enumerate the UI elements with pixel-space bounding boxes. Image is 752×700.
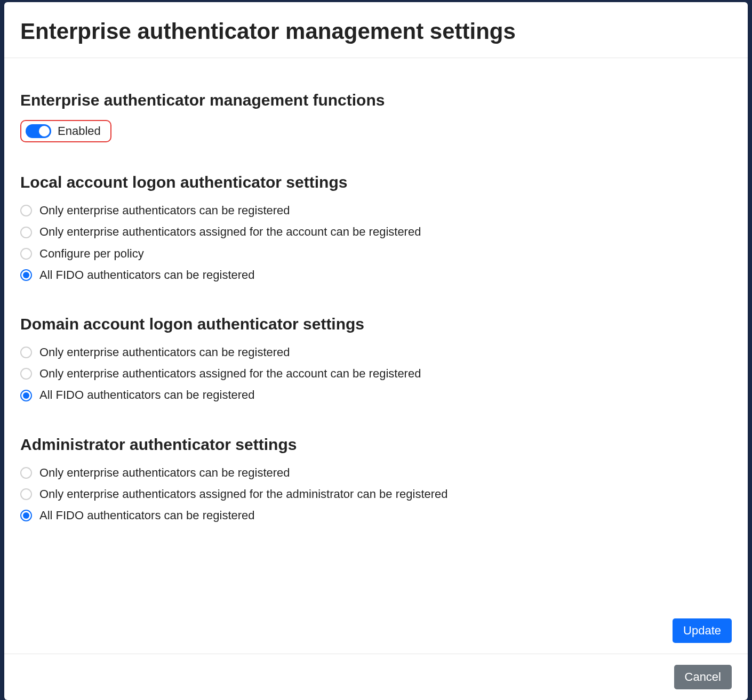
enabled-toggle-label: Enabled: [58, 124, 101, 138]
modal-footer: Cancel: [4, 654, 748, 700]
radio-label: Only enterprise authenticators can be re…: [39, 464, 290, 482]
settings-modal: Enterprise authenticator management sett…: [4, 2, 748, 700]
radio-row: All FIDO authenticators can be registere…: [20, 266, 732, 284]
modal-header: Enterprise authenticator management sett…: [4, 2, 748, 58]
radio-label: Only enterprise authenticators assigned …: [39, 223, 421, 241]
radio-domain-2[interactable]: [20, 390, 32, 401]
modal-backdrop: Enterprise authenticator management sett…: [0, 0, 752, 700]
radio-row: Only enterprise authenticators assigned …: [20, 223, 732, 241]
cancel-button[interactable]: Cancel: [674, 665, 732, 689]
radio-row: All FIDO authenticators can be registere…: [20, 386, 732, 404]
section-admin: Administrator authenticator settings Onl…: [20, 435, 732, 525]
radio-label: Only enterprise authenticators can be re…: [39, 202, 290, 220]
section-functions-heading: Enterprise authenticator management func…: [20, 90, 732, 110]
radio-local-0[interactable]: [20, 205, 32, 216]
section-domain-heading: Domain account logon authenticator setti…: [20, 314, 732, 334]
radio-domain-1[interactable]: [20, 368, 32, 380]
section-local: Local account logon authenticator settin…: [20, 172, 732, 284]
radio-local-1[interactable]: [20, 227, 32, 238]
radio-label: All FIDO authenticators can be registere…: [39, 506, 255, 525]
radio-row: All FIDO authenticators can be registere…: [20, 506, 732, 525]
radio-domain-0[interactable]: [20, 347, 32, 358]
section-local-heading: Local account logon authenticator settin…: [20, 172, 732, 192]
update-button[interactable]: Update: [673, 618, 732, 643]
radio-label: All FIDO authenticators can be registere…: [39, 266, 255, 284]
radio-row: Only enterprise authenticators assigned …: [20, 365, 732, 383]
radio-label: Only enterprise authenticators assigned …: [39, 485, 448, 503]
section-domain: Domain account logon authenticator setti…: [20, 314, 732, 405]
radio-label: Only enterprise authenticators assigned …: [39, 365, 421, 383]
section-admin-heading: Administrator authenticator settings: [20, 435, 732, 455]
radio-row: Only enterprise authenticators can be re…: [20, 202, 732, 220]
radio-row: Only enterprise authenticators can be re…: [20, 343, 732, 361]
radio-admin-0[interactable]: [20, 467, 32, 479]
radio-admin-1[interactable]: [20, 488, 32, 500]
section-functions: Enterprise authenticator management func…: [20, 90, 732, 142]
radio-local-3[interactable]: [20, 269, 32, 281]
radio-row: Configure per policy: [20, 245, 732, 263]
radio-label: Only enterprise authenticators can be re…: [39, 343, 290, 361]
toggle-highlight-box: Enabled: [20, 120, 111, 142]
modal-body: Enterprise authenticator management func…: [4, 58, 748, 613]
radio-label: All FIDO authenticators can be registere…: [39, 386, 255, 404]
radio-row: Only enterprise authenticators assigned …: [20, 485, 732, 503]
radio-row: Only enterprise authenticators can be re…: [20, 464, 732, 482]
modal-actions-inner: Update: [4, 613, 748, 654]
radio-admin-2[interactable]: [20, 510, 32, 521]
modal-title: Enterprise authenticator management sett…: [20, 18, 732, 45]
radio-label: Configure per policy: [39, 245, 144, 263]
radio-local-2[interactable]: [20, 248, 32, 260]
enabled-toggle[interactable]: [26, 124, 51, 138]
